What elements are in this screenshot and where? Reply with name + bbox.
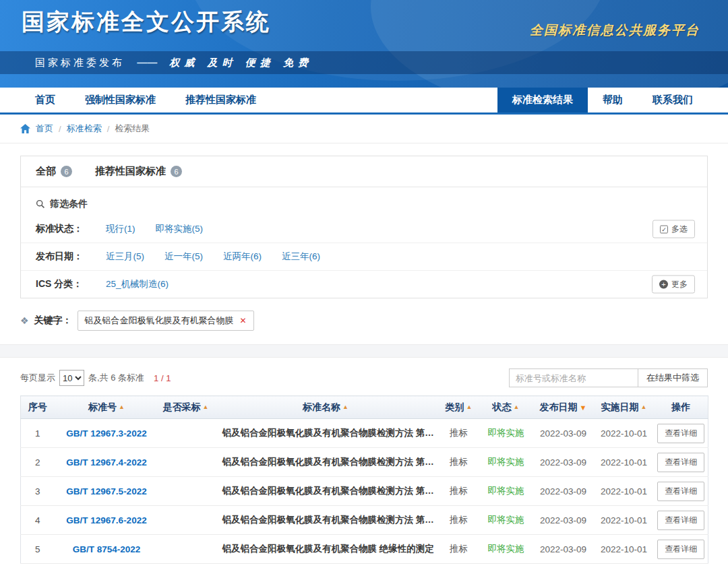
row-index: 2 <box>21 448 55 477</box>
publish-date-cell: 2022-03-09 <box>533 477 594 506</box>
category-cell: 推标 <box>439 506 479 535</box>
keyword-tag-text: 铝及铝合金阳极氧化膜及有机聚合物膜 <box>85 315 234 327</box>
row-index: 4 <box>21 506 55 535</box>
table-row: 4 GB/T 12967.6-2022 铝及铝合金阳极氧化膜及有机聚合物膜检测方… <box>21 506 708 535</box>
multi-select-button[interactable]: ✓ 多选 <box>653 220 695 238</box>
results-section: 每页显示 10 条,共 6 条标准 1 / 1 在结果中筛选 序号 标准号▲ <box>0 368 728 564</box>
filter-option-2years[interactable]: 近两年(6) <box>223 251 262 263</box>
filter-option-3months[interactable]: 近三月(5) <box>106 251 144 263</box>
filter-title: 筛选条件 <box>21 187 707 216</box>
table-row: 5 GB/T 8754-2022 铝及铝合金阳极氧化膜及有机聚合物膜 绝缘性的测… <box>21 535 708 564</box>
row-index: 3 <box>21 477 55 506</box>
breadcrumb-separator: / <box>59 124 61 134</box>
row-index: 5 <box>21 535 55 564</box>
sort-asc-icon: ▲ <box>119 404 125 410</box>
sort-asc-icon: ▲ <box>203 404 209 410</box>
keyword-row: ❖ 关键字： 铝及铝合金阳极氧化膜及有机聚合物膜 ✕ <box>0 298 728 344</box>
standard-name-cell: 铝及铝合金阳极氧化膜及有机聚合物膜 绝缘性的测定 <box>213 535 439 564</box>
checkbox-icon: ✓ <box>660 225 668 233</box>
per-page-select[interactable]: 10 <box>59 370 84 386</box>
nav-item-mandatory-standards[interactable]: 强制性国家标准 <box>70 88 171 112</box>
adopted-cell <box>159 506 213 535</box>
column-header-publish-date[interactable]: 发布日期▼ <box>533 396 594 419</box>
nav-item-home[interactable]: 首页 <box>20 88 70 112</box>
publish-date-cell: 2022-03-09 <box>533 448 594 477</box>
column-header-action: 操作 <box>655 396 708 419</box>
nav-item-help[interactable]: 帮助 <box>588 88 638 112</box>
sort-asc-icon: ▲ <box>342 404 348 410</box>
standard-code-link[interactable]: GB/T 12967.5-2022 <box>66 486 146 496</box>
table-header-row: 序号 标准号▲ 是否采标▲ 标准名称▲ 类别▲ 状态▲ 发布日期▼ 实施日期▲ … <box>21 396 708 419</box>
slogan-text: 权威 及时 便捷 免费 <box>169 57 313 69</box>
result-search-input[interactable] <box>509 368 638 387</box>
main-content: 全部 6 推荐性国家标准 6 筛选条件 标准状态： 现行(1) 即将实施(5) … <box>0 156 728 564</box>
page-indicator: 1 / 1 <box>154 373 171 383</box>
view-detail-button[interactable]: 查看详细 <box>657 511 704 530</box>
dash-text: —— <box>137 57 157 68</box>
keyword-label: 关键字： <box>34 315 72 327</box>
view-detail-button[interactable]: 查看详细 <box>657 482 704 501</box>
filter-option-machinery[interactable]: 25_机械制造(6) <box>106 278 169 290</box>
view-detail-button[interactable]: 查看详细 <box>657 540 704 559</box>
adopted-cell <box>159 419 213 448</box>
breadcrumb-standard-search[interactable]: 标准检索 <box>67 123 102 135</box>
filter-option-upcoming[interactable]: 即将实施(5) <box>156 223 204 235</box>
standard-code-link[interactable]: GB/T 8754-2022 <box>73 544 141 554</box>
standard-code-link[interactable]: GB/T 12967.4-2022 <box>66 457 146 468</box>
home-icon <box>20 124 30 133</box>
filter-option-1year[interactable]: 近一年(5) <box>164 251 203 263</box>
action-cell: 查看详细 <box>655 506 708 535</box>
adopted-cell <box>159 448 213 477</box>
status-cell: 即将实施 <box>479 419 533 448</box>
breadcrumb-home[interactable]: 首页 <box>36 123 53 135</box>
standard-name-cell: 铝及铝合金阳极氧化膜及有机聚合物膜检测方法 第6部分：色... <box>213 506 439 535</box>
tab-all[interactable]: 全部 6 <box>36 165 72 178</box>
filter-label-ics: ICS 分类： <box>36 278 106 290</box>
filter-title-label: 筛选条件 <box>50 198 88 210</box>
column-header-index: 序号 <box>21 396 55 419</box>
nav-item-recommended-standards[interactable]: 推荐性国家标准 <box>171 88 271 112</box>
platform-name: 全国标准信息公共服务平台 <box>530 22 700 39</box>
column-header-name[interactable]: 标准名称▲ <box>213 396 439 419</box>
banner-subbar: 国家标准委发布 —— 权威 及时 便捷 免费 <box>0 51 728 74</box>
standard-code-cell: GB/T 8754-2022 <box>55 535 159 564</box>
column-header-status[interactable]: 状态▲ <box>479 396 533 419</box>
category-cell: 推标 <box>439 477 479 506</box>
sort-desc-icon: ▼ <box>580 404 587 412</box>
impl-date-cell: 2022-10-01 <box>594 477 655 506</box>
impl-date-cell: 2022-10-01 <box>594 419 655 448</box>
filter-label-status: 标准状态： <box>36 223 106 235</box>
filter-in-results-button[interactable]: 在结果中筛选 <box>638 368 708 387</box>
nav-item-search-results[interactable]: 标准检索结果 <box>497 88 588 112</box>
standard-code-cell: GB/T 12967.5-2022 <box>55 477 159 506</box>
impl-date-cell: 2022-10-01 <box>594 448 655 477</box>
nav-item-contact[interactable]: 联系我们 <box>638 88 708 112</box>
tab-all-label: 全部 <box>36 165 56 178</box>
filter-option-3years[interactable]: 近三年(6) <box>282 251 320 263</box>
standard-code-link[interactable]: GB/T 12967.6-2022 <box>66 515 146 525</box>
result-count-text: 条,共 6 条标准 <box>88 372 144 384</box>
column-header-category[interactable]: 类别▲ <box>439 396 479 419</box>
standard-code-link[interactable]: GB/T 12967.3-2022 <box>66 428 146 439</box>
per-page-label: 每页显示 <box>20 372 55 384</box>
column-header-impl-date[interactable]: 实施日期▲ <box>594 396 655 419</box>
tab-recommended[interactable]: 推荐性国家标准 6 <box>95 165 182 178</box>
filter-option-current[interactable]: 现行(1) <box>106 223 135 235</box>
sort-asc-icon: ▲ <box>641 404 647 410</box>
standard-name-cell: 铝及铝合金阳极氧化膜及有机聚合物膜检测方法 第5部分：抗... <box>213 477 439 506</box>
results-table: 序号 标准号▲ 是否采标▲ 标准名称▲ 类别▲ 状态▲ 发布日期▼ 实施日期▲ … <box>20 395 708 564</box>
more-button[interactable]: + 更多 <box>652 276 695 294</box>
standard-code-cell: GB/T 12967.6-2022 <box>55 506 159 535</box>
view-detail-button[interactable]: 查看详细 <box>657 453 704 472</box>
column-header-adopted[interactable]: 是否采标▲ <box>159 396 213 419</box>
filter-row-ics: ICS 分类： 25_机械制造(6) + 更多 <box>21 271 707 298</box>
keyword-icon: ❖ <box>20 315 29 326</box>
row-index: 1 <box>21 419 55 448</box>
tab-recommended-count-badge: 6 <box>171 166 182 177</box>
view-detail-button[interactable]: 查看详细 <box>657 424 704 443</box>
status-cell: 即将实施 <box>479 535 533 564</box>
column-header-code[interactable]: 标准号▲ <box>55 396 159 419</box>
impl-date-cell: 2022-10-01 <box>594 506 655 535</box>
remove-keyword-icon[interactable]: ✕ <box>240 316 247 325</box>
sort-asc-icon: ▲ <box>466 404 473 410</box>
